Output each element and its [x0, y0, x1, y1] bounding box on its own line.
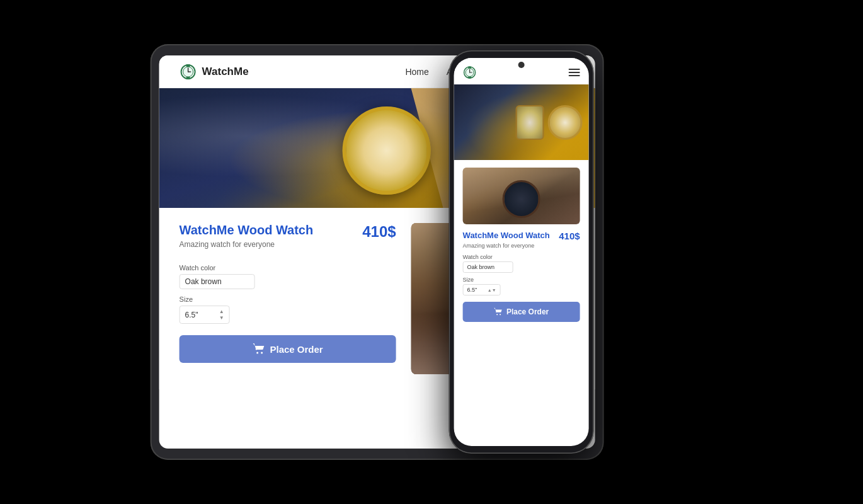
- phone-size-label: Size: [463, 277, 580, 283]
- phone-product-section: WatchMe Wood Watch 410$ Amazing watch fo…: [454, 160, 589, 446]
- product-title: WatchMe Wood Watch: [180, 223, 314, 238]
- phone-watch-color-value: Oak brown: [467, 264, 495, 270]
- hamburger-line-1: [569, 69, 580, 70]
- svg-point-6: [256, 352, 258, 354]
- size-label: Size: [180, 295, 396, 303]
- phone-product-header: WatchMe Wood Watch 410$: [463, 231, 580, 241]
- svg-point-7: [261, 352, 263, 354]
- phone-watch-color-select[interactable]: Oak brown: [463, 261, 513, 273]
- hero-watch-numbers: [351, 115, 421, 186]
- hamburger-line-3: [569, 75, 580, 76]
- phone-size-value: 6.5": [467, 287, 477, 293]
- svg-rect-12: [468, 67, 471, 69]
- product-subtitle: Amazing watch for everyone: [180, 240, 314, 249]
- phone-logo-icon: [463, 66, 477, 79]
- phone-product-subtitle: Amazing watch for everyone: [463, 243, 580, 249]
- hamburger-line-2: [569, 72, 580, 73]
- place-order-button[interactable]: Place Order: [180, 335, 396, 363]
- hero-watch-face: [342, 106, 430, 195]
- nav-home[interactable]: Home: [405, 67, 428, 77]
- phone-frame: WatchMe Wood Watch 410$ Amazing watch fo…: [449, 50, 594, 454]
- size-stepper-arrows: ▲ ▼: [219, 309, 224, 321]
- watch-color-select[interactable]: Oak brown: [180, 274, 255, 289]
- tablet-product-info: WatchMe Wood Watch Amazing watch for eve…: [180, 223, 396, 374]
- watch-color-value: Oak brown: [185, 277, 222, 286]
- phone-place-order-label: Place Order: [506, 307, 549, 316]
- phone-hero-watch-2: [548, 105, 583, 140]
- svg-point-15: [500, 314, 501, 315]
- phone-device: WatchMe Wood Watch 410$ Amazing watch fo…: [449, 50, 594, 454]
- product-title-block: WatchMe Wood Watch Amazing watch for eve…: [180, 223, 314, 258]
- phone-size-select[interactable]: 6.5" ▲▼: [463, 284, 501, 295]
- phone-watch-color-label: Watch color: [463, 254, 580, 260]
- phone-camera: [518, 62, 525, 68]
- phone-screen: WatchMe Wood Watch 410$ Amazing watch fo…: [454, 58, 589, 446]
- phone-hero-image: [454, 84, 589, 160]
- svg-rect-13: [468, 77, 471, 79]
- phone-size-arrows: ▲▼: [488, 288, 496, 292]
- phone-hero-watch-1: [516, 105, 544, 140]
- watch-color-label: Watch color: [180, 264, 396, 272]
- size-value: 6.5": [185, 311, 198, 319]
- phone-hero-watches: [454, 84, 589, 160]
- size-select[interactable]: 6.5" ▲ ▼: [180, 306, 230, 324]
- place-order-label: Place Order: [270, 344, 323, 355]
- watch-logo-icon: [180, 63, 197, 81]
- phone-watch-face: [503, 180, 540, 218]
- phone-product-image: [463, 168, 580, 224]
- product-price: 410$: [362, 223, 396, 241]
- phone-place-order-button[interactable]: Place Order: [463, 302, 580, 322]
- tablet-logo[interactable]: WatchMe: [180, 63, 249, 81]
- phone-product-title: WatchMe Wood Watch: [463, 231, 550, 240]
- product-header-row: WatchMe Wood Watch Amazing watch for eve…: [180, 223, 396, 258]
- svg-point-14: [496, 314, 498, 315]
- svg-rect-5: [186, 77, 190, 79]
- brand-name: WatchMe: [202, 66, 249, 78]
- phone-product-price: 410$: [559, 231, 580, 241]
- svg-rect-4: [186, 64, 190, 67]
- cart-icon: [252, 343, 265, 355]
- phone-cart-icon: [494, 307, 503, 316]
- phone-hamburger-menu[interactable]: [569, 69, 580, 76]
